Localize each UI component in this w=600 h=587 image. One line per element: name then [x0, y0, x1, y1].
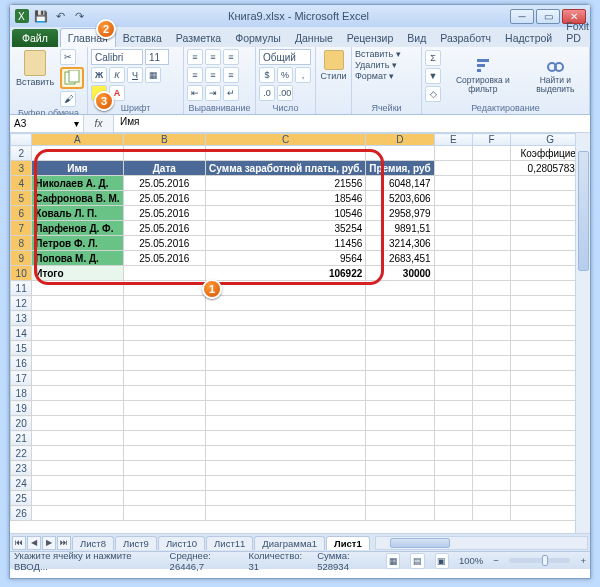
zoom-out[interactable]: −: [493, 555, 499, 566]
hdr-date[interactable]: Дата: [123, 161, 206, 176]
align-center[interactable]: ≡: [205, 67, 221, 83]
row-5[interactable]: 5: [11, 191, 32, 206]
cell-date[interactable]: 25.05.2016: [123, 206, 206, 221]
redo-icon[interactable]: ↷: [71, 8, 87, 24]
align-right[interactable]: ≡: [223, 67, 239, 83]
cell-salary[interactable]: 35254: [206, 221, 366, 236]
cells-delete[interactable]: Удалить ▾: [355, 60, 418, 70]
cell-name[interactable]: Сафронова В. М.: [32, 191, 123, 206]
clear-button[interactable]: ◇: [425, 86, 441, 102]
cell-salary[interactable]: 18546: [206, 191, 366, 206]
sheet-tab[interactable]: Лист10: [158, 536, 205, 550]
bold-button[interactable]: Ж: [91, 67, 107, 83]
border-button[interactable]: ▦: [145, 67, 161, 83]
tab-foxit[interactable]: Foxit PD: [559, 17, 596, 47]
cells-format[interactable]: Формат ▾: [355, 71, 418, 81]
row-21[interactable]: 21: [11, 431, 32, 446]
tab-nav-next[interactable]: ▶: [42, 536, 56, 550]
vertical-scrollbar[interactable]: [575, 133, 590, 533]
cell-bonus[interactable]: 2683,451: [366, 251, 434, 266]
hdr-name[interactable]: Имя: [32, 161, 123, 176]
font-name-select[interactable]: Calibri: [91, 49, 143, 65]
tab-review[interactable]: Рецензир: [340, 29, 400, 47]
comma-button[interactable]: ,: [295, 67, 311, 83]
fill-button[interactable]: ▼: [425, 68, 441, 84]
col-B[interactable]: B: [123, 134, 206, 146]
col-E[interactable]: E: [434, 134, 472, 146]
tab-formulas[interactable]: Формулы: [228, 29, 288, 47]
cell-bonus[interactable]: 6048,147: [366, 176, 434, 191]
align-left[interactable]: ≡: [187, 67, 203, 83]
formula-input[interactable]: Имя: [114, 115, 590, 132]
row-14[interactable]: 14: [11, 326, 32, 341]
row-3[interactable]: 3: [11, 161, 32, 176]
sheet-tab[interactable]: Лист8: [72, 536, 114, 550]
wrap-text[interactable]: ↵: [223, 85, 239, 101]
total-label[interactable]: Итого: [32, 266, 123, 281]
cut-button[interactable]: ✂: [60, 49, 76, 65]
cell-styles-button[interactable]: Стили: [319, 49, 348, 82]
tab-layout[interactable]: Разметка: [169, 29, 228, 47]
row-2[interactable]: 2: [11, 146, 32, 161]
horizontal-scrollbar[interactable]: [375, 536, 588, 550]
cell-name[interactable]: Парфенов Д. Ф.: [32, 221, 123, 236]
indent-inc[interactable]: ⇥: [205, 85, 221, 101]
tab-data[interactable]: Данные: [288, 29, 340, 47]
row-11[interactable]: 11: [11, 281, 32, 296]
autosum-button[interactable]: Σ: [425, 50, 441, 66]
row-4[interactable]: 4: [11, 176, 32, 191]
cell-bonus[interactable]: 5203,606: [366, 191, 434, 206]
cell-name[interactable]: Петров Ф. Л.: [32, 236, 123, 251]
total-salary[interactable]: 106922: [206, 266, 366, 281]
cell-date[interactable]: 25.05.2016: [123, 176, 206, 191]
italic-button[interactable]: К: [109, 67, 125, 83]
cell-date[interactable]: 25.05.2016: [123, 191, 206, 206]
row-19[interactable]: 19: [11, 401, 32, 416]
sheet-tab[interactable]: Лист11: [206, 536, 253, 550]
sheet-tab-active[interactable]: Лист1: [326, 536, 370, 550]
cell-salary[interactable]: 11456: [206, 236, 366, 251]
sheet-tab[interactable]: Диаграмма1: [254, 536, 325, 550]
grid[interactable]: A B C D E F G 2Коэффициент 3 Имя Дата Су…: [10, 133, 590, 521]
tab-nav-first[interactable]: ⏮: [12, 536, 26, 550]
tab-view[interactable]: Вид: [400, 29, 433, 47]
row-18[interactable]: 18: [11, 386, 32, 401]
find-select-button[interactable]: Найти и выделить: [525, 56, 586, 96]
hdr-bonus[interactable]: Премия, руб: [366, 161, 434, 176]
row-25[interactable]: 25: [11, 491, 32, 506]
row-23[interactable]: 23: [11, 461, 32, 476]
cell-name[interactable]: Попова М. Д.: [32, 251, 123, 266]
file-tab[interactable]: Файл: [12, 29, 58, 47]
zoom-knob[interactable]: [542, 555, 548, 566]
view-layout[interactable]: ▤: [410, 553, 424, 569]
row-10[interactable]: 10: [11, 266, 32, 281]
row-20[interactable]: 20: [11, 416, 32, 431]
save-icon[interactable]: 💾: [33, 8, 49, 24]
row-15[interactable]: 15: [11, 341, 32, 356]
indent-dec[interactable]: ⇤: [187, 85, 203, 101]
tab-addins[interactable]: Надстрой: [498, 29, 559, 47]
format-painter-button[interactable]: 🖌: [60, 91, 76, 107]
row-22[interactable]: 22: [11, 446, 32, 461]
maximize-button[interactable]: ▭: [536, 9, 560, 24]
number-format-select[interactable]: Общий: [259, 49, 311, 65]
fx-button[interactable]: fx: [84, 115, 114, 132]
align-bot[interactable]: ≡: [223, 49, 239, 65]
inc-decimal[interactable]: .0: [259, 85, 275, 101]
align-mid[interactable]: ≡: [205, 49, 221, 65]
cells-insert[interactable]: Вставить ▾: [355, 49, 418, 59]
tab-nav-last[interactable]: ⏭: [57, 536, 71, 550]
row-16[interactable]: 16: [11, 356, 32, 371]
total-bonus[interactable]: 30000: [366, 266, 434, 281]
cell-date[interactable]: 25.05.2016: [123, 251, 206, 266]
tab-insert[interactable]: Вставка: [116, 29, 169, 47]
hdr-salary[interactable]: Сумма заработной платы, руб.: [206, 161, 366, 176]
cell-bonus[interactable]: 9891,51: [366, 221, 434, 236]
cell-date[interactable]: 25.05.2016: [123, 221, 206, 236]
row-24[interactable]: 24: [11, 476, 32, 491]
cell-salary[interactable]: 9564: [206, 251, 366, 266]
cell-salary[interactable]: 10546: [206, 206, 366, 221]
scroll-thumb-h[interactable]: [390, 538, 450, 548]
undo-icon[interactable]: ↶: [52, 8, 68, 24]
currency-button[interactable]: $: [259, 67, 275, 83]
